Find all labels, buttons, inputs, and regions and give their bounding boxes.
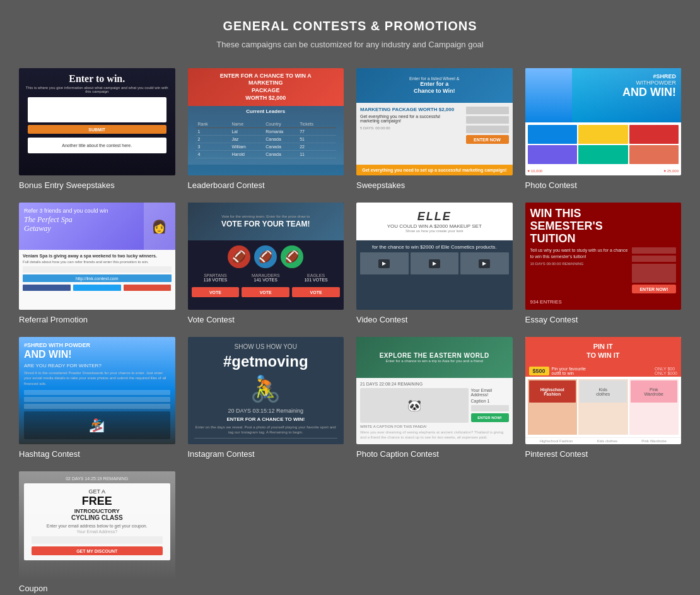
card-label-coupon: Coupon [19, 584, 175, 593]
card-sweepstakes[interactable]: Enter for a listed Wheel & Enter for aCh… [356, 68, 513, 190]
card-label-instagram: Instagram Contest [188, 449, 344, 459]
card-photo-contest[interactable]: #SHRED WITHPOWDER AND WIN! [525, 68, 682, 190]
thumb-coupon: 02 DAYS 14:25:19 REMAINING GET A FREE IN… [19, 471, 175, 579]
thumb-photo-contest: #SHRED WITHPOWDER AND WIN! [525, 68, 682, 175]
thumb-sweepstakes: Enter for a listed Wheel & Enter for aCh… [356, 68, 513, 175]
card-label-caption: Photo Caption Contest [356, 449, 513, 459]
card-vote-contest[interactable]: Vote for the winning team. Enter for the… [188, 203, 344, 324]
card-hashtag-contest[interactable]: #SHRED WITH POWDER AND WIN! ARE YOU READ… [19, 337, 175, 459]
card-referral-promotion[interactable]: Refer 3 friends and you could win The Pe… [19, 203, 175, 324]
card-pinterest-contest[interactable]: PIN ITTO WIN IT $500 Pin your favouriteo… [525, 337, 682, 459]
contest-grid: Enter to win. This is where you give inf… [19, 68, 681, 593]
card-label-photo: Photo Contest [525, 180, 682, 190]
card-label-essay: Essay Contest [525, 315, 682, 324]
page-subtitle: These campaigns can be customized for an… [19, 40, 681, 49]
card-label-referral: Referral Promotion [19, 315, 175, 324]
card-coupon[interactable]: 02 DAYS 14:25:19 REMAINING GET A FREE IN… [19, 471, 175, 593]
card-essay-contest[interactable]: WIN THISSEMESTER'STUITION Tell us why yo… [525, 203, 682, 324]
card-label-leaderboard: Leaderboard Contest [188, 180, 344, 190]
card-video-contest[interactable]: ELLE YOU COULD WIN A $2000 MAKEUP SET Sh… [356, 203, 513, 324]
card-label-bonus: Bonus Entry Sweepstakes [19, 180, 175, 190]
page-title: GENERAL CONTESTS & PROMOTIONS [19, 19, 681, 33]
card-label-pinterest: Pinterest Contest [525, 449, 682, 459]
page-container: GENERAL CONTESTS & PROMOTIONS These camp… [0, 0, 700, 595]
card-bonus-entry-sweepstakes[interactable]: Enter to win. This is where you give inf… [19, 68, 175, 190]
thumb-pinterest-contest: PIN ITTO WIN IT $500 Pin your favouriteo… [525, 337, 682, 444]
card-label-video: Video Contest [356, 315, 513, 324]
thumb-vote-contest: Vote for the winning team. Enter for the… [188, 203, 344, 310]
thumb-bonus-entry-sweepstakes: Enter to win. This is where you give inf… [19, 68, 175, 175]
thumb-video-contest: ELLE YOU COULD WIN A $2000 MAKEUP SET Sh… [356, 203, 513, 310]
thumb-referral-promotion: Refer 3 friends and you could win The Pe… [19, 203, 175, 310]
thumb-photo-caption-contest: EXPLORE THE EASTERN WORLD Enter for a ch… [356, 337, 513, 444]
card-photo-caption-contest[interactable]: EXPLORE THE EASTERN WORLD Enter for a ch… [356, 337, 513, 459]
card-label-sweepstakes: Sweepstakes [356, 180, 513, 190]
thumb-leaderboard-contest: ENTER FOR A CHANCE TO WIN AMARKETINGPACK… [188, 68, 344, 175]
thumb-instagram-contest: SHOW US HOW YOU #getmoving 🚴 20 DAYS 03:… [188, 337, 344, 444]
thumb-essay-contest: WIN THISSEMESTER'STUITION Tell us why yo… [525, 203, 682, 310]
card-instagram-contest[interactable]: SHOW US HOW YOU #getmoving 🚴 20 DAYS 03:… [188, 337, 344, 459]
card-label-hashtag: Hashtag Contest [19, 449, 175, 459]
card-leaderboard-contest[interactable]: ENTER FOR A CHANCE TO WIN AMARKETINGPACK… [188, 68, 344, 190]
card-label-vote: Vote Contest [188, 315, 344, 324]
thumb-hashtag-contest: #SHRED WITH POWDER AND WIN! ARE YOU READ… [19, 337, 175, 444]
